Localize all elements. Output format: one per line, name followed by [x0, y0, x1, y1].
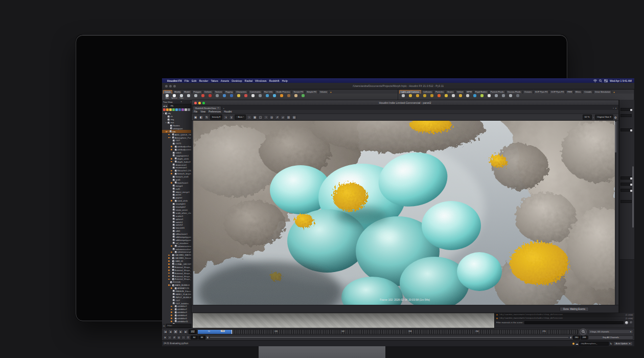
shelf-tool-icon[interactable]: Sphere [172, 94, 177, 100]
material-sphere-icon[interactable] [625, 321, 628, 324]
node-jack-icon[interactable] [630, 109, 632, 111]
menu-file[interactable]: File [185, 79, 189, 82]
tree-filter-input[interactable]: Filter [166, 324, 191, 328]
node-type-icon[interactable] [175, 108, 178, 111]
close-icon[interactable] [194, 102, 197, 104]
material-filter-input[interactable] [524, 321, 624, 324]
ab-compare-icon[interactable]: ◧ [199, 115, 203, 120]
shelf-tab-rigging[interactable]: Rigging [224, 90, 234, 94]
range-handle-left[interactable]: ◀ [206, 335, 209, 339]
jump-end-button[interactable]: ▶| [183, 329, 188, 334]
shelf-tab-crowds[interactable]: Crowds [583, 90, 593, 94]
shelf-tool-icon[interactable] [250, 94, 256, 97]
shelf-tool-icon[interactable] [508, 94, 513, 97]
shelf-tab-terrain-fx[interactable]: Terrain FX [292, 90, 305, 94]
shelf-tool-icon[interactable] [429, 94, 434, 97]
zoom-icon[interactable] [202, 102, 205, 104]
pane-menu-icon[interactable]: ▪ [613, 107, 614, 109]
wifi-icon[interactable] [593, 79, 597, 82]
options-icon[interactable]: ≡ [186, 335, 190, 340]
param-field[interactable] [620, 189, 632, 192]
play-end-field[interactable]: 280 [573, 335, 580, 340]
lock-icon[interactable]: ▫ [247, 115, 251, 120]
menu-takes[interactable]: Takes [211, 79, 218, 82]
menu-assets[interactable]: Assets [221, 79, 229, 82]
shelf-tool-icon[interactable] [401, 94, 406, 97]
menu-houdini-fx[interactable]: Houdini FX [167, 79, 182, 82]
param-field[interactable] [620, 183, 632, 186]
shelf-tool-icon[interactable] [422, 94, 427, 97]
material-row[interactable]: /obj/CACHED_MAINSHAPE/voxquickshade2/sho… [495, 317, 634, 320]
clock-icon[interactable]: ◔ [264, 115, 268, 120]
menu-edit[interactable]: Edit [192, 79, 196, 82]
magnifier-button[interactable] [580, 328, 587, 335]
shelf-tab-model[interactable]: Model [182, 90, 191, 94]
shelf-tab-texture[interactable]: Texture [214, 90, 223, 94]
shelf-tab-guide-process[interactable]: Guide Process [274, 90, 291, 94]
forward-icon[interactable]: ▶ [166, 105, 167, 107]
snapshot-icon[interactable]: ▣ [193, 115, 198, 120]
search-icon[interactable] [599, 79, 602, 82]
layers-icon[interactable]: ▤ [292, 115, 296, 120]
color-correct-icon[interactable]: ◑ [223, 115, 228, 120]
shelf-tool-icon[interactable] [472, 94, 477, 97]
shelf-tool-icon[interactable] [258, 94, 263, 97]
shelf-tab-vellum[interactable]: Vellum [455, 90, 465, 94]
shelf-tool-icon[interactable] [451, 94, 456, 97]
node-type-icon[interactable] [185, 108, 187, 111]
shelf-tab-fem[interactable]: FEM [566, 90, 573, 94]
node-type-icon[interactable] [172, 108, 175, 111]
node-jack-icon[interactable] [630, 129, 632, 131]
shelf-tool-icon[interactable] [193, 94, 198, 97]
shelf-tab-hair-utils[interactable]: Hair Utils [263, 90, 274, 94]
jump-start-button[interactable]: |◀ [163, 329, 168, 334]
range-start-field[interactable]: 84 [191, 335, 198, 340]
minimize-icon[interactable] [198, 102, 201, 104]
keys-dropdown[interactable]: 0 keys, 0/0 channels ▾ [588, 329, 633, 334]
zoom-icon[interactable] [173, 85, 176, 87]
window-traffic-lights[interactable] [194, 102, 205, 104]
node-type-icon[interactable] [181, 108, 184, 111]
shelf-tab-deform[interactable]: Deform [203, 90, 213, 94]
shelf-tool-icon[interactable] [215, 94, 220, 97]
close-icon[interactable] [165, 85, 168, 87]
shelf-tool-icon[interactable] [279, 94, 284, 97]
control-center-icon[interactable] [604, 79, 608, 82]
shelf-tool-icon[interactable] [301, 94, 306, 97]
minimize-icon[interactable] [169, 85, 172, 87]
menu-render[interactable]: Render [199, 79, 208, 82]
shelf-tab-mpm[interactable]: MPM [465, 90, 473, 94]
menu-help[interactable]: Help [282, 79, 288, 82]
current-frame-field[interactable]: 102 [189, 329, 197, 334]
shelf-tab-sop-pyro-fx[interactable]: SOP Pyro FX [534, 90, 549, 94]
scrollbar[interactable] [632, 166, 634, 228]
key-all-channels-button[interactable]: Key All Channels [588, 335, 633, 340]
shelf-tab-oceans[interactable]: Oceans [523, 90, 533, 94]
shelf-tab-simple-fx[interactable]: Simple FX [305, 90, 318, 94]
range-end-field[interactable]: 288 [581, 335, 588, 340]
shelf-tool-icon[interactable] [444, 94, 449, 97]
redshift-window-titlebar[interactable]: Houdini Indie Limited-Commercial - panel… [192, 100, 618, 105]
shelf-tool-icon[interactable] [415, 94, 420, 97]
shelf-tool-icon[interactable] [272, 94, 277, 97]
record-icon[interactable]: ● [163, 335, 167, 340]
param-field[interactable] [620, 176, 632, 180]
shelf-tab-dop-pyro-fx[interactable]: DOP Pyro FX [549, 90, 565, 94]
clear-filter-icon[interactable]: ✕ [163, 325, 165, 327]
param-field[interactable] [620, 200, 632, 203]
shelf-tool-icon[interactable] [494, 94, 499, 97]
network-editor-strip[interactable] [191, 313, 494, 328]
back-icon[interactable]: ◀ [163, 105, 165, 107]
shelf-tool-icon[interactable] [479, 94, 485, 97]
shelf-tab-item[interactable]: + [329, 91, 333, 94]
play-button[interactable]: ▶ [178, 329, 183, 334]
size-dropdown[interactable]: Original Size ▾ [595, 115, 613, 120]
shelf-tool-icon[interactable] [186, 94, 191, 97]
menu-view[interactable]: View [200, 110, 205, 113]
expanded-arrow-icon[interactable]: ▾ [170, 284, 172, 286]
chevron-down-icon[interactable]: ▾ [615, 107, 616, 109]
zoom-stepper[interactable]: ↕ [593, 116, 594, 119]
auto-range-dropdown[interactable]: ‹ Auto › [235, 115, 246, 120]
grid-icon[interactable]: ▦ [252, 115, 257, 120]
close-tab-icon[interactable]: ✕ [217, 106, 219, 110]
